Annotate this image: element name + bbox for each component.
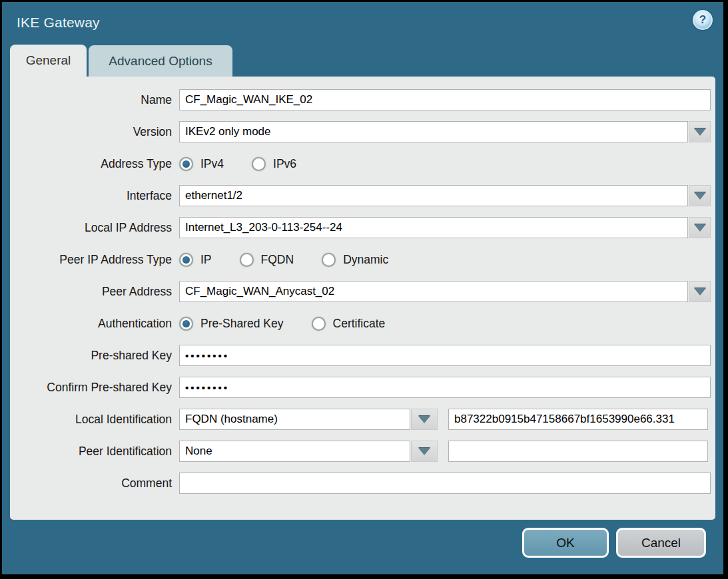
tab-general[interactable]: General [10,45,87,77]
auth-pre-shared-key-radio[interactable] [179,317,193,331]
peer-identification-label: Peer Identification [10,445,179,459]
peer-ip-type-fqdn-radio[interactable] [240,253,254,267]
peer-ip-address-type-label: Peer IP Address Type [10,253,179,267]
address-type-label: Address Type [10,157,179,171]
auth-certificate-label: Certificate [333,317,386,331]
local-identification-type-value[interactable]: FQDN (hostname) [179,409,410,430]
name-row: Name [10,89,715,110]
name-input[interactable] [179,89,711,110]
peer-address-dropdown-button[interactable] [689,281,711,302]
peer-identification-row: Peer Identification None [10,441,715,462]
name-label: Name [10,93,179,107]
chevron-down-icon [694,224,706,232]
chevron-down-icon [694,128,706,136]
peer-ip-type-ip-radio[interactable] [179,253,193,267]
cancel-button[interactable]: Cancel [616,528,706,558]
local-identification-type-combo: FQDN (hostname) [179,409,438,430]
peer-identification-type-value[interactable]: None [179,441,410,462]
comment-input[interactable] [179,473,711,494]
address-type-ipv6-radio[interactable] [252,157,266,171]
authentication-label: Authentication [10,317,179,331]
address-type-ipv4-label: IPv4 [200,157,224,171]
peer-ip-type-ip-label: IP [200,253,212,267]
comment-label: Comment [10,477,179,490]
confirm-pre-shared-key-label: Confirm Pre-shared Key [10,381,179,395]
chevron-down-icon [694,288,706,295]
chevron-down-icon [418,416,430,423]
local-identification-dropdown-button[interactable] [411,409,438,430]
auth-pre-shared-key-label: Pre-Shared Key [200,317,284,331]
dialog-titlebar: IKE Gateway ? [2,2,723,43]
peer-ip-address-type-row: Peer IP Address Type IP FQDN Dynamic [10,249,715,270]
version-row: Version [10,121,715,142]
local-ip-address-row: Local IP Address [10,217,715,238]
local-identification-value-input[interactable] [448,409,708,430]
interface-dropdown-button[interactable] [689,185,711,206]
help-icon[interactable]: ? [693,10,713,30]
version-input[interactable] [179,121,688,142]
ok-button[interactable]: OK [522,528,609,558]
version-label: Version [10,125,179,139]
general-tab-panel: Name Version Address Type IPv4 IPv6 Inte… [10,77,715,520]
chevron-down-icon [418,448,430,455]
tab-bar: General Advanced Options [10,43,723,77]
address-type-ipv6-label: IPv6 [273,157,296,171]
local-ip-address-label: Local IP Address [10,221,179,235]
local-ip-address-input[interactable] [179,217,688,238]
auth-certificate-radio[interactable] [312,317,326,331]
address-type-ipv4-radio[interactable] [179,157,193,171]
tab-advanced-options[interactable]: Advanced Options [89,45,232,77]
dialog-title: IKE Gateway [17,15,100,31]
local-ip-address-dropdown-button[interactable] [689,217,711,238]
peer-identification-type-combo: None [179,441,438,462]
peer-identification-value-input[interactable] [448,441,708,462]
local-identification-label: Local Identification [10,413,179,427]
peer-address-label: Peer Address [10,285,179,299]
confirm-pre-shared-key-input[interactable] [179,377,711,398]
ike-gateway-dialog: IKE Gateway ? General Advanced Options N… [2,2,723,574]
comment-row: Comment [10,473,715,494]
peer-identification-dropdown-button[interactable] [411,441,438,462]
version-dropdown-button[interactable] [689,121,711,142]
peer-ip-type-dynamic-label: Dynamic [343,253,388,267]
authentication-row: Authentication Pre-Shared Key Certificat… [10,313,715,334]
peer-address-row: Peer Address [10,281,715,302]
pre-shared-key-row: Pre-shared Key [10,345,715,366]
interface-row: Interface [10,185,715,206]
address-type-row: Address Type IPv4 IPv6 [10,153,715,174]
pre-shared-key-input[interactable] [179,345,711,366]
peer-ip-type-fqdn-label: FQDN [261,253,294,267]
local-identification-row: Local Identification FQDN (hostname) [10,409,715,430]
peer-address-input[interactable] [179,281,688,302]
peer-ip-type-dynamic-radio[interactable] [322,253,336,267]
chevron-down-icon [694,192,706,200]
dialog-footer: OK Cancel [2,520,723,578]
interface-label: Interface [10,189,179,203]
interface-input[interactable] [179,185,688,206]
pre-shared-key-label: Pre-shared Key [10,349,179,363]
confirm-pre-shared-key-row: Confirm Pre-shared Key [10,377,715,398]
